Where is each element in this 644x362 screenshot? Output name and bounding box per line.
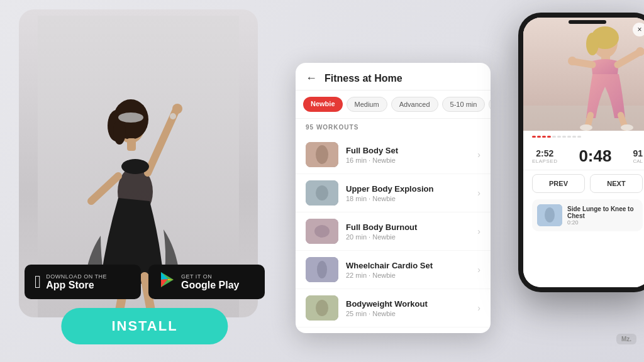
workout-thumb-5 bbox=[306, 295, 338, 321]
cal-label: CAL bbox=[633, 158, 643, 164]
main-timer: 0:48 bbox=[579, 146, 611, 166]
progress-dot-3 bbox=[542, 136, 546, 138]
svg-point-6 bbox=[118, 112, 143, 123]
workout-item-5[interactable]: Bodyweight Workout 25 min · Newbie › bbox=[296, 289, 491, 327]
filter-tags-row: Newbie Medium Advanced 5-10 min 10-20 mi… bbox=[296, 90, 491, 119]
chevron-icon-1: › bbox=[477, 150, 480, 160]
workout-name-3: Full Body Burnout bbox=[346, 222, 477, 232]
svg-point-15 bbox=[90, 196, 96, 202]
progress-dot-2 bbox=[537, 136, 541, 138]
chevron-icon-3: › bbox=[477, 226, 480, 236]
install-button[interactable]: INSTALL bbox=[61, 308, 228, 344]
workout-info-4: Wheelchair Cardio Set 22 min · Newbie bbox=[346, 261, 477, 279]
svg-point-23 bbox=[316, 185, 328, 200]
timer-row: 2:52 ELAPSED 0:48 91 CAL bbox=[523, 140, 644, 170]
workout-item-3[interactable]: Full Body Burnout 20 min · Newbie › bbox=[296, 212, 491, 251]
svg-point-9 bbox=[170, 113, 176, 119]
svg-point-43 bbox=[621, 124, 633, 131]
svg-rect-11 bbox=[127, 138, 136, 151]
phone-notch bbox=[569, 20, 606, 24]
workout-thumb-3 bbox=[306, 219, 338, 244]
phone-close-button[interactable]: × bbox=[633, 23, 644, 36]
svg-point-27 bbox=[317, 261, 327, 278]
progress-dot-7 bbox=[562, 136, 566, 138]
workout-item-1[interactable]: Full Body Set 16 min · Newbie › bbox=[296, 136, 491, 174]
google-play-button[interactable]: GET IT ON Google Play bbox=[148, 265, 265, 299]
elapsed-value: 2:52 bbox=[532, 148, 557, 158]
workout-name-2: Upper Body Explosion bbox=[346, 184, 477, 194]
progress-dot-4 bbox=[547, 136, 551, 138]
svg-point-8 bbox=[172, 104, 182, 114]
apple-store-button[interactable]:  Download on the App Store bbox=[25, 265, 141, 299]
install-label: INSTALL bbox=[111, 318, 177, 334]
progress-dot-5 bbox=[552, 136, 556, 138]
phone-screen: × bbox=[523, 18, 644, 287]
filter-5-10[interactable]: 5-10 min bbox=[442, 97, 486, 112]
progress-dot-6 bbox=[557, 136, 561, 138]
svg-point-25 bbox=[314, 225, 330, 238]
phone-frame: × bbox=[518, 13, 644, 292]
workout-thumb-2 bbox=[306, 180, 338, 206]
next-exercise-info: Side Lunge to Knee to Chest 0:20 bbox=[567, 206, 638, 226]
elapsed-label: ELAPSED bbox=[532, 158, 557, 164]
next-exercise-thumb bbox=[537, 204, 562, 226]
calories-display: 91 CAL bbox=[633, 148, 643, 164]
filter-medium[interactable]: Medium bbox=[347, 97, 387, 112]
right-section: ← Fitness at Home Newbie Medium Advanced… bbox=[289, 0, 644, 362]
workout-info-5: Bodyweight Workout 25 min · Newbie bbox=[346, 299, 477, 317]
svg-point-45 bbox=[545, 207, 555, 222]
workout-list: Full Body Set 16 min · Newbie › Upper Bo… bbox=[296, 136, 491, 333]
progress-dot-10 bbox=[577, 136, 581, 138]
workout-name-1: Full Body Set bbox=[346, 146, 477, 155]
next-button[interactable]: NEXT bbox=[590, 174, 643, 193]
next-exercise-preview[interactable]: Side Lunge to Knee to Chest 0:20 bbox=[532, 199, 643, 231]
progress-indicator bbox=[523, 131, 644, 140]
app-header: ← Fitness at Home bbox=[296, 63, 491, 90]
workout-thumb-4 bbox=[306, 257, 338, 282]
brand-watermark: Mz. bbox=[616, 334, 636, 344]
workout-name-4: Wheelchair Cardio Set bbox=[346, 261, 477, 270]
next-exercise-name: Side Lunge to Knee to Chest bbox=[567, 206, 638, 219]
chevron-icon-4: › bbox=[477, 265, 480, 275]
store-buttons:  Download on the App Store GET IT ON bbox=[25, 265, 265, 299]
apple-store-mainlabel: App Store bbox=[46, 280, 107, 291]
hero-person-svg bbox=[523, 18, 644, 131]
progress-dot-8 bbox=[567, 136, 571, 138]
google-play-icon bbox=[158, 271, 176, 293]
svg-point-12 bbox=[121, 159, 149, 174]
svg-point-34 bbox=[586, 33, 599, 55]
svg-point-29 bbox=[316, 300, 328, 316]
phone-workout-area: 2:52 ELAPSED 0:48 91 CAL PREV NEXT bbox=[523, 131, 644, 287]
google-play-sublabel: GET IT ON bbox=[181, 273, 239, 280]
main-container:  Download on the App Store GET IT ON bbox=[0, 0, 644, 362]
filter-advanced[interactable]: Advanced bbox=[391, 97, 438, 112]
workout-meta-1: 16 min · Newbie bbox=[346, 156, 477, 164]
workout-buttons: PREV NEXT bbox=[523, 170, 644, 197]
workout-item-2[interactable]: Upper Body Explosion 18 min · Newbie › bbox=[296, 174, 491, 212]
workout-info-3: Full Body Burnout 20 min · Newbie bbox=[346, 222, 477, 241]
back-button[interactable]: ← bbox=[306, 72, 317, 85]
next-exercise-duration: 0:20 bbox=[567, 219, 638, 226]
chevron-icon-2: › bbox=[477, 188, 480, 198]
svg-point-42 bbox=[580, 124, 592, 131]
apple-store-text: Download on the App Store bbox=[46, 273, 107, 291]
filter-newbie[interactable]: Newbie bbox=[303, 97, 343, 112]
progress-dot-1 bbox=[532, 136, 536, 138]
app-screen: ← Fitness at Home Newbie Medium Advanced… bbox=[296, 63, 491, 333]
apple-store-sublabel: Download on the bbox=[46, 273, 107, 280]
filter-10-20[interactable]: 10-20 min bbox=[489, 97, 491, 112]
workout-info-1: Full Body Set 16 min · Newbie bbox=[346, 146, 477, 164]
workout-meta-5: 25 min · Newbie bbox=[346, 310, 477, 317]
left-section:  Download on the App Store GET IT ON bbox=[0, 0, 289, 362]
workout-info-2: Upper Body Explosion 18 min · Newbie bbox=[346, 184, 477, 202]
prev-button[interactable]: PREV bbox=[532, 174, 585, 193]
workout-item-4[interactable]: Wheelchair Cardio Set 22 min · Newbie › bbox=[296, 251, 491, 289]
svg-point-39 bbox=[568, 57, 577, 65]
workout-count: 95 WORKOUTS bbox=[296, 119, 491, 136]
google-play-mainlabel: Google Play bbox=[181, 280, 239, 291]
workout-meta-3: 20 min · Newbie bbox=[346, 233, 477, 241]
apple-icon:  bbox=[35, 272, 41, 292]
phone-hero-background bbox=[523, 18, 644, 131]
svg-point-5 bbox=[113, 119, 126, 145]
phone-hero-image: × bbox=[523, 18, 644, 131]
